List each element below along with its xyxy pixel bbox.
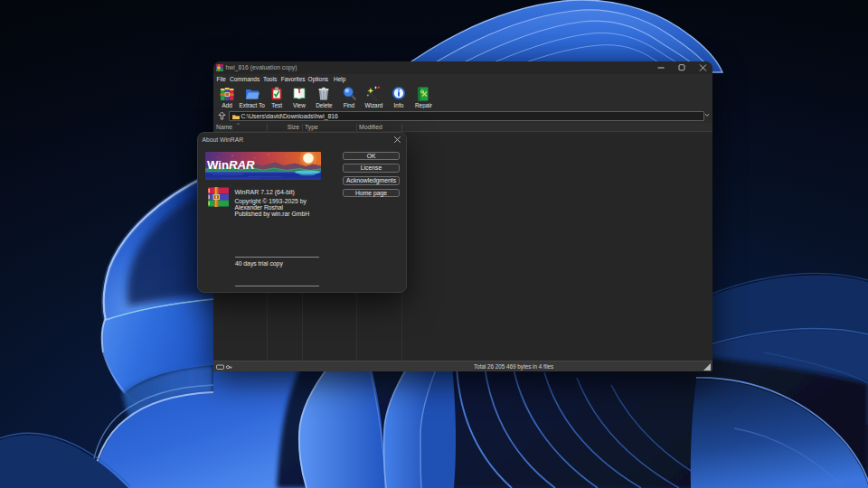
svg-text:WinRAR: WinRAR: [207, 157, 255, 171]
